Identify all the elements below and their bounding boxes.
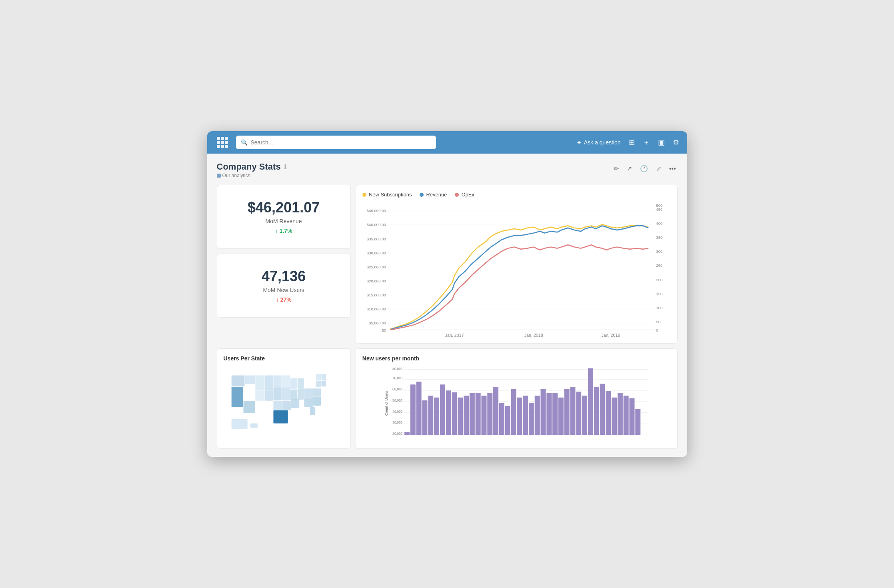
ask-question-label: Ask a question — [584, 139, 621, 146]
svg-rect-97 — [505, 406, 510, 435]
title-text: Company Stats — [217, 162, 281, 172]
header: 🔍 ✦ Ask a question ⊞ ＋ ▣ ⚙ — [207, 131, 687, 154]
svg-text:$20,000.00: $20,000.00 — [367, 279, 386, 283]
revenue-label: MoM Revenue — [266, 218, 302, 224]
map-title: Users Per State — [224, 355, 344, 362]
revenue-change: ↑ 1.7% — [275, 228, 292, 234]
svg-rect-85 — [434, 398, 439, 435]
svg-text:0: 0 — [656, 328, 658, 332]
legend-label-revenue: Revenue — [426, 192, 447, 198]
svg-rect-46 — [290, 390, 297, 400]
svg-text:200: 200 — [656, 278, 662, 282]
new-icon[interactable]: ＋ — [643, 138, 650, 147]
svg-text:100: 100 — [656, 306, 662, 310]
ask-question-button[interactable]: ✦ Ask a question — [576, 139, 621, 146]
svg-rect-60 — [273, 410, 288, 424]
svg-text:$5,000.00: $5,000.00 — [369, 321, 386, 325]
svg-text:350: 350 — [656, 235, 662, 240]
svg-rect-49 — [321, 374, 326, 380]
header-actions: ✦ Ask a question ⊞ ＋ ▣ ⚙ — [576, 138, 679, 147]
svg-rect-86 — [440, 384, 445, 435]
plus-icon: ✦ — [576, 139, 582, 146]
more-icon[interactable]: ••• — [668, 164, 678, 174]
line-chart-card: New Subscriptions Revenue OpEx — [356, 185, 678, 344]
svg-rect-82 — [416, 382, 421, 435]
svg-rect-42 — [273, 387, 281, 400]
users-label: MoM New Users — [263, 287, 304, 293]
users-value: 47,136 — [262, 268, 306, 284]
svg-text:$35,000.00: $35,000.00 — [367, 237, 386, 241]
edit-icon[interactable]: ✏ — [612, 163, 620, 174]
svg-text:40,000: 40,000 — [392, 410, 403, 414]
svg-rect-111 — [588, 368, 593, 435]
svg-rect-62 — [243, 401, 255, 414]
svg-rect-91 — [470, 393, 475, 435]
info-icon[interactable]: ℹ — [284, 163, 286, 171]
svg-rect-54 — [304, 398, 313, 407]
collection-icon[interactable]: ▣ — [658, 138, 665, 147]
svg-text:500: 500 — [656, 203, 662, 208]
legend-dot-subscriptions — [362, 193, 366, 197]
svg-rect-92 — [475, 393, 480, 435]
svg-rect-114 — [606, 391, 611, 435]
users-card: 47,136 MoM New Users ↓ 27% — [217, 254, 351, 318]
fullscreen-icon[interactable]: ⤢ — [654, 163, 663, 174]
page-content: Company Stats ℹ Our analytics ✏ ↗ 🕐 ⤢ ••… — [207, 154, 687, 457]
svg-rect-55 — [313, 397, 321, 406]
svg-rect-96 — [499, 403, 504, 435]
svg-text:300: 300 — [656, 249, 662, 254]
page-actions: ✏ ↗ 🕐 ⤢ ••• — [612, 163, 678, 174]
share-icon[interactable]: ↗ — [625, 163, 634, 174]
svg-rect-34 — [231, 376, 244, 387]
browse-icon[interactable]: ⊞ — [629, 138, 635, 147]
svg-rect-44 — [290, 378, 297, 390]
svg-rect-102 — [534, 396, 540, 435]
dashboard-top: $46,201.07 MoM Revenue ↑ 1.7% 47,136 MoM… — [217, 185, 678, 344]
svg-rect-109 — [576, 392, 581, 435]
search-input[interactable] — [251, 139, 431, 146]
svg-rect-101 — [529, 403, 534, 435]
svg-rect-119 — [635, 409, 640, 435]
svg-text:400: 400 — [656, 221, 662, 226]
left-column: $46,201.07 MoM Revenue ↑ 1.7% 47,136 MoM… — [217, 185, 351, 344]
svg-text:30,000: 30,000 — [392, 420, 403, 424]
logo[interactable] — [215, 135, 230, 150]
search-icon: 🔍 — [241, 139, 248, 146]
revenue-value: $46,201.07 — [248, 200, 320, 216]
svg-text:$25,000.00: $25,000.00 — [367, 265, 386, 269]
svg-text:Count of Users: Count of Users — [384, 391, 388, 416]
page-title: Company Stats ℹ — [217, 162, 286, 172]
svg-rect-80 — [404, 432, 410, 435]
search-bar[interactable]: 🔍 — [236, 136, 436, 149]
svg-rect-47 — [297, 388, 304, 400]
svg-rect-38 — [255, 390, 264, 401]
svg-text:$30,000.00: $30,000.00 — [367, 251, 386, 255]
settings-icon[interactable]: ⚙ — [673, 138, 679, 147]
svg-rect-43 — [282, 387, 290, 400]
svg-text:$10,000.00: $10,000.00 — [367, 307, 386, 311]
clock-icon[interactable]: 🕐 — [638, 163, 650, 174]
svg-rect-98 — [511, 389, 516, 435]
svg-rect-36 — [255, 376, 264, 390]
svg-rect-108 — [570, 387, 575, 435]
line-chart-svg: $0 $5,000.00 $10,000.00 $15,000.00 $20,0… — [362, 202, 671, 338]
svg-rect-100 — [523, 396, 528, 435]
svg-rect-103 — [540, 389, 546, 435]
svg-rect-93 — [481, 396, 486, 435]
revenue-change-value: 1.7% — [280, 228, 292, 234]
breadcrumb: Our analytics — [217, 173, 286, 178]
svg-rect-35 — [245, 376, 255, 384]
svg-rect-117 — [623, 396, 628, 435]
svg-text:20,000: 20,000 — [392, 432, 403, 436]
svg-text:Jan, 2017: Jan, 2017 — [445, 333, 464, 338]
svg-rect-41 — [282, 376, 290, 387]
svg-rect-50 — [316, 381, 321, 387]
svg-rect-118 — [629, 398, 634, 435]
line-chart-area: $0 $5,000.00 $10,000.00 $15,000.00 $20,0… — [362, 202, 671, 338]
map-card: Users Per State — [217, 348, 351, 449]
svg-rect-52 — [304, 388, 313, 398]
down-arrow-icon: ↓ — [276, 296, 279, 303]
svg-text:Jan, 2019: Jan, 2019 — [601, 333, 620, 338]
bar-chart-title: New users per month — [362, 355, 671, 362]
svg-rect-51 — [321, 381, 326, 387]
